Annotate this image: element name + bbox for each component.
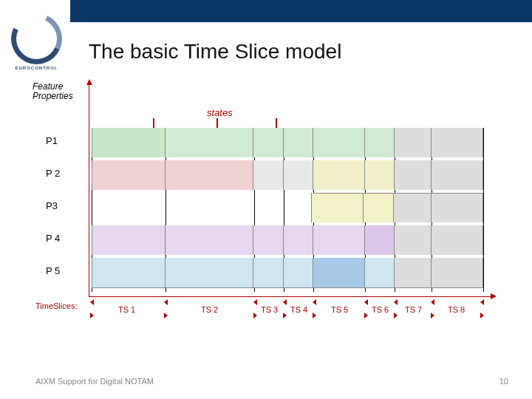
row-label: P 4 bbox=[46, 233, 60, 244]
page-number: 10 bbox=[499, 377, 508, 386]
row-label: P 5 bbox=[46, 265, 60, 276]
ts-label: TS 8 bbox=[448, 305, 465, 314]
grid-line bbox=[483, 128, 484, 292]
row-label: P 2 bbox=[46, 168, 60, 179]
logo-arc-icon bbox=[4, 6, 69, 71]
tick-icon bbox=[394, 295, 400, 301]
grid-line bbox=[313, 193, 483, 194]
table-row bbox=[92, 193, 483, 222]
tick-icon bbox=[364, 295, 370, 301]
plot-area bbox=[92, 128, 483, 292]
tick-icon bbox=[164, 295, 170, 301]
ts-label: TS 1 bbox=[118, 305, 135, 314]
header-bar bbox=[70, 0, 532, 22]
diagram: FeatureProperties TimeSlices: states P1 … bbox=[37, 85, 495, 307]
page-title: The basic Time Slice model bbox=[89, 40, 341, 64]
table-row bbox=[92, 258, 483, 287]
footer-text: AIXM Support for Digital NOTAM bbox=[35, 377, 154, 386]
ts-label: TS 3 bbox=[261, 305, 278, 314]
y-axis bbox=[89, 83, 89, 296]
table-row bbox=[92, 128, 483, 157]
tick-icon bbox=[431, 295, 437, 301]
ts-label: TS 5 bbox=[331, 305, 348, 314]
table-row bbox=[92, 160, 483, 190]
x-axis-label: TimeSlices: bbox=[35, 301, 77, 310]
ts-label: TS 4 bbox=[290, 305, 307, 314]
ts-label: TS 6 bbox=[372, 305, 389, 314]
row-label: P3 bbox=[46, 200, 58, 211]
grid-line bbox=[92, 287, 483, 288]
tick-icon bbox=[313, 295, 318, 301]
logo-text: EUROCONTROL bbox=[11, 66, 62, 70]
y-axis-label: FeatureProperties bbox=[33, 82, 73, 101]
eurocontrol-logo: EUROCONTROL bbox=[11, 13, 62, 70]
ts-label: TS 2 bbox=[201, 305, 218, 314]
tick-icon bbox=[90, 295, 96, 301]
tick-icon bbox=[480, 295, 486, 301]
table-row bbox=[92, 225, 483, 255]
ts-label: TS 7 bbox=[405, 305, 422, 314]
tick-icon bbox=[253, 295, 259, 301]
row-label: P1 bbox=[46, 135, 58, 146]
states-annotation: states bbox=[207, 107, 233, 118]
tick-icon bbox=[283, 295, 289, 301]
